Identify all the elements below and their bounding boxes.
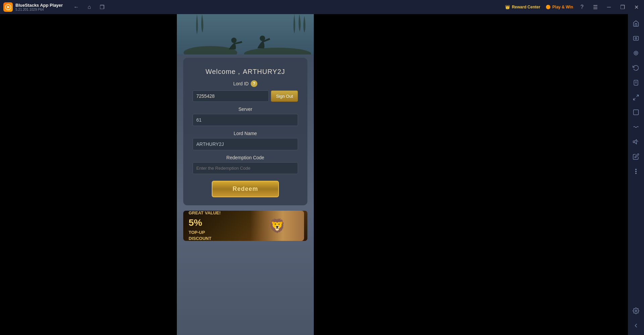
sidebar-fullscreen-icon[interactable] bbox=[629, 106, 643, 119]
sidebar-settings-icon[interactable] bbox=[629, 304, 643, 318]
app-logo bbox=[3, 2, 13, 12]
help-button[interactable]: ? bbox=[579, 3, 586, 11]
sidebar-shake-icon[interactable] bbox=[629, 120, 643, 134]
sidebar-resize-icon[interactable] bbox=[629, 91, 643, 104]
svg-line-15 bbox=[634, 98, 636, 100]
play-win-label: Play & Win bbox=[552, 5, 573, 9]
close-button[interactable]: ✕ bbox=[632, 3, 641, 11]
banner-line3: TOP-UP bbox=[189, 229, 221, 236]
sidebar-edit-icon[interactable] bbox=[629, 150, 643, 163]
svg-marker-1 bbox=[7, 6, 10, 8]
sidebar-volume-icon[interactable] bbox=[629, 135, 643, 149]
svg-rect-7 bbox=[634, 36, 639, 40]
title-bar-right: 👑 Reward Center 🟠 Play & Win ? ☰ ─ ❐ ✕ bbox=[505, 3, 641, 11]
menu-button[interactable]: ☰ bbox=[591, 3, 600, 11]
app-version: 5.21.201.1029 P64 bbox=[15, 8, 63, 11]
lord-id-input-row: Sign Out bbox=[193, 90, 298, 102]
redemption-code-input[interactable] bbox=[193, 162, 298, 174]
promotional-banner[interactable]: GREAT VALUE! 5% TOP-UP DISCOUNT 🦁 bbox=[183, 211, 307, 241]
svg-point-21 bbox=[635, 310, 637, 312]
play-win-button[interactable]: 🟠 Play & Win bbox=[546, 5, 573, 9]
svg-rect-11 bbox=[634, 80, 638, 85]
right-sidebar bbox=[628, 14, 644, 335]
crown-icon: 👑 bbox=[505, 5, 510, 9]
title-bar-left: BlueStacks App Player 5.21.201.1029 P64 … bbox=[3, 2, 505, 12]
title-bar: BlueStacks App Player 5.21.201.1029 P64 … bbox=[0, 0, 644, 14]
help-icon[interactable]: ? bbox=[251, 80, 257, 87]
banner-percent: 5% bbox=[189, 216, 221, 229]
banner-line1: GREAT VALUE! bbox=[189, 211, 221, 216]
reward-center-label: Reward Center bbox=[512, 5, 540, 9]
nav-home-button[interactable]: ⌂ bbox=[86, 3, 93, 11]
sidebar-rotate-icon[interactable] bbox=[629, 61, 643, 75]
lord-name-value: ARTHURY2J bbox=[193, 138, 298, 150]
lord-id-label: Lord ID bbox=[233, 81, 249, 86]
sidebar-camera-icon[interactable] bbox=[629, 46, 643, 60]
minimize-button[interactable]: ─ bbox=[605, 3, 613, 11]
main-area: Welcome，ARTHURY2J Lord ID ? Sign Out Ser… bbox=[0, 14, 644, 335]
svg-point-9 bbox=[634, 51, 638, 55]
title-bar-nav: ← ⌂ ❐ bbox=[71, 3, 106, 12]
left-black-area bbox=[0, 14, 177, 335]
server-value: 61 bbox=[193, 114, 298, 126]
redeem-button[interactable]: Redeem bbox=[212, 181, 279, 197]
svg-point-18 bbox=[636, 169, 637, 170]
svg-point-5 bbox=[231, 38, 237, 43]
app-name: BlueStacks App Player bbox=[15, 3, 63, 8]
svg-line-14 bbox=[637, 95, 639, 97]
app-info: BlueStacks App Player 5.21.201.1029 P64 bbox=[15, 3, 63, 11]
welcome-title: Welcome，ARTHURY2J bbox=[193, 67, 298, 76]
coin-icon: 🟠 bbox=[546, 5, 551, 9]
sidebar-back-icon[interactable] bbox=[629, 319, 643, 332]
right-black-area bbox=[314, 14, 628, 335]
svg-point-20 bbox=[636, 173, 637, 174]
sidebar-more-icon[interactable] bbox=[629, 165, 643, 178]
center-game-area: Welcome，ARTHURY2J Lord ID ? Sign Out Ser… bbox=[177, 14, 314, 335]
sidebar-home-icon[interactable] bbox=[629, 17, 643, 30]
nav-back-button[interactable]: ← bbox=[71, 3, 81, 11]
dialog-card: Welcome，ARTHURY2J Lord ID ? Sign Out Ser… bbox=[183, 58, 307, 205]
svg-point-19 bbox=[636, 171, 637, 172]
sidebar-apk-icon[interactable] bbox=[629, 76, 643, 89]
server-label: Server bbox=[193, 107, 298, 112]
redemption-code-label: Redemption Code bbox=[193, 155, 298, 160]
banner-lion-image: 🦁 bbox=[250, 211, 304, 241]
sign-out-button[interactable]: Sign Out bbox=[271, 90, 298, 102]
svg-point-10 bbox=[635, 52, 637, 54]
banner-text: GREAT VALUE! 5% TOP-UP DISCOUNT bbox=[189, 211, 221, 241]
lord-id-input[interactable] bbox=[193, 90, 269, 102]
svg-rect-16 bbox=[634, 110, 639, 115]
svg-point-8 bbox=[635, 38, 637, 39]
sidebar-screenshot-icon[interactable] bbox=[629, 32, 643, 45]
restore-button[interactable]: ❐ bbox=[618, 3, 627, 11]
lord-id-row: Lord ID ? bbox=[193, 80, 298, 87]
lord-name-label: Lord Name bbox=[193, 131, 298, 136]
banner-area: GREAT VALUE! 5% TOP-UP DISCOUNT 🦁 bbox=[177, 205, 314, 335]
nav-multi-button[interactable]: ❐ bbox=[98, 3, 106, 12]
banner-line4: DISCOUNT bbox=[189, 236, 221, 241]
silhouette-area bbox=[177, 14, 314, 54]
reward-center-button[interactable]: 👑 Reward Center bbox=[505, 5, 540, 9]
svg-rect-17 bbox=[633, 141, 635, 143]
